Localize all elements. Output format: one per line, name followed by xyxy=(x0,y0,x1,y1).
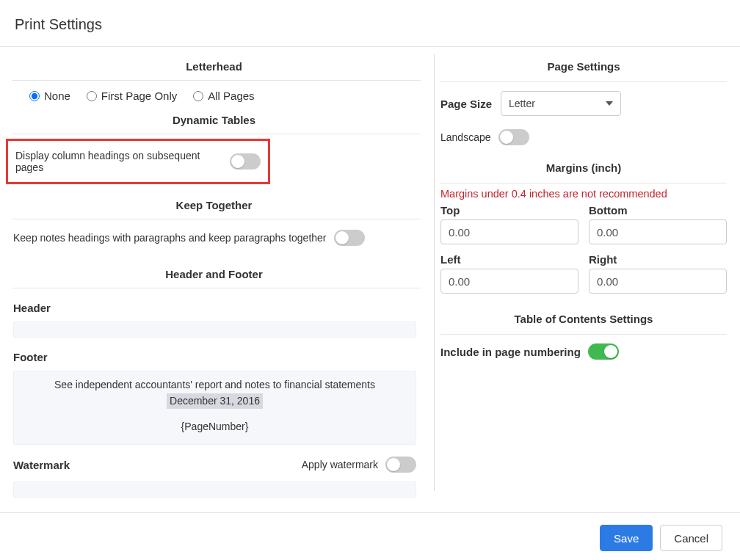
letterhead-radio-all-input[interactable] xyxy=(193,91,203,101)
margins-heading: Margins (inch) xyxy=(440,148,727,183)
cancel-button[interactable]: Cancel xyxy=(660,525,722,551)
margin-top-label: Top xyxy=(440,204,578,219)
landscape-toggle[interactable] xyxy=(498,129,529,145)
dynamic-tables-heading: Dynamic Tables xyxy=(0,112,428,134)
margin-left-input[interactable] xyxy=(440,269,578,294)
margin-bottom-input[interactable] xyxy=(589,219,727,244)
letterhead-heading: Letterhead xyxy=(0,47,428,80)
letterhead-radio-none-label: None xyxy=(44,90,70,102)
margin-right-label: Right xyxy=(589,253,727,269)
letterhead-radio-group: None First Page Only All Pages xyxy=(0,81,428,112)
keep-notes-label: Keep notes headings with paragraphs and … xyxy=(13,232,327,244)
display-cols-toggle[interactable] xyxy=(230,153,261,170)
apply-watermark-toggle[interactable] xyxy=(385,457,416,473)
keep-notes-toggle[interactable] xyxy=(334,230,365,246)
keep-together-heading: Keep Together xyxy=(0,187,428,219)
page-title: Print Settings xyxy=(0,0,740,46)
letterhead-radio-first[interactable]: First Page Only xyxy=(87,90,177,102)
margin-top-input[interactable] xyxy=(440,219,578,244)
footer-date-token: December 31, 2016 xyxy=(167,393,263,410)
letterhead-radio-none-input[interactable] xyxy=(29,91,40,101)
page-size-label: Page Size xyxy=(440,98,492,110)
page-size-select[interactable]: Letter xyxy=(501,91,621,116)
apply-watermark-label: Apply watermark xyxy=(302,459,378,470)
letterhead-radio-none[interactable]: None xyxy=(29,90,70,102)
include-page-numbering-toggle[interactable] xyxy=(588,343,619,360)
watermark-textbox[interactable] xyxy=(13,481,416,498)
highlight-box: Display column headings on subsequent pa… xyxy=(6,139,270,184)
footer-textbox[interactable]: See independent accountants' report and … xyxy=(13,371,416,445)
margin-right-input[interactable] xyxy=(589,269,727,294)
margin-left-label: Left xyxy=(440,253,578,269)
page-settings-heading: Page Settings xyxy=(440,47,727,81)
letterhead-radio-all-label: All Pages xyxy=(208,90,254,102)
margin-bottom-label: Bottom xyxy=(589,204,727,219)
header-label: Header xyxy=(0,288,428,321)
save-button[interactable]: Save xyxy=(600,525,653,551)
letterhead-radio-first-label: First Page Only xyxy=(101,90,177,102)
letterhead-radio-all[interactable]: All Pages xyxy=(193,90,254,102)
header-footer-heading: Header and Footer xyxy=(0,256,428,288)
toc-heading: Table of Contents Settings xyxy=(440,299,727,334)
footer-label: Footer xyxy=(0,338,428,371)
footer-pagenum-token: {PageNumber} xyxy=(21,419,408,435)
letterhead-radio-first-input[interactable] xyxy=(87,91,97,101)
header-textbox[interactable] xyxy=(13,321,416,338)
display-cols-label: Display column headings on subsequent pa… xyxy=(15,150,222,173)
footer-line1: See independent accountants' report and … xyxy=(21,377,408,393)
include-page-numbering-label: Include in page numbering xyxy=(440,346,581,358)
margins-warning: Margins under 0.4 inches are not recomme… xyxy=(440,183,727,201)
watermark-label: Watermark xyxy=(13,459,70,471)
landscape-label: Landscape xyxy=(440,131,491,143)
